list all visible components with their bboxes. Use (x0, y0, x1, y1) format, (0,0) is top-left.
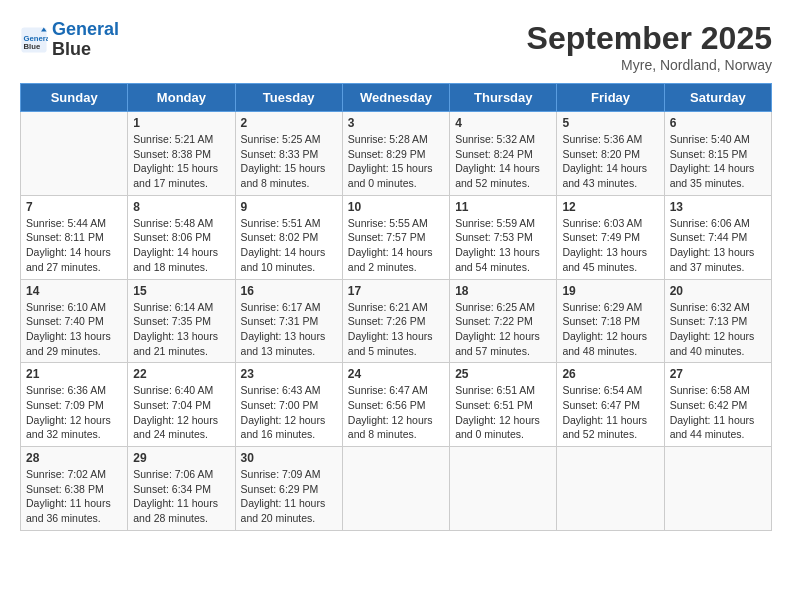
calendar-cell: 16Sunrise: 6:17 AM Sunset: 7:31 PM Dayli… (235, 279, 342, 363)
calendar-cell: 30Sunrise: 7:09 AM Sunset: 6:29 PM Dayli… (235, 447, 342, 531)
calendar-cell: 19Sunrise: 6:29 AM Sunset: 7:18 PM Dayli… (557, 279, 664, 363)
calendar-cell: 23Sunrise: 6:43 AM Sunset: 7:00 PM Dayli… (235, 363, 342, 447)
calendar-cell: 18Sunrise: 6:25 AM Sunset: 7:22 PM Dayli… (450, 279, 557, 363)
day-info: Sunrise: 6:17 AM Sunset: 7:31 PM Dayligh… (241, 300, 337, 359)
day-info: Sunrise: 6:25 AM Sunset: 7:22 PM Dayligh… (455, 300, 551, 359)
day-number: 19 (562, 284, 658, 298)
calendar-cell (450, 447, 557, 531)
weekday-header-tuesday: Tuesday (235, 84, 342, 112)
week-row-1: 1Sunrise: 5:21 AM Sunset: 8:38 PM Daylig… (21, 112, 772, 196)
day-info: Sunrise: 6:51 AM Sunset: 6:51 PM Dayligh… (455, 383, 551, 442)
day-info: Sunrise: 5:21 AM Sunset: 8:38 PM Dayligh… (133, 132, 229, 191)
calendar-cell: 12Sunrise: 6:03 AM Sunset: 7:49 PM Dayli… (557, 195, 664, 279)
day-number: 16 (241, 284, 337, 298)
day-number: 30 (241, 451, 337, 465)
calendar-cell: 5Sunrise: 5:36 AM Sunset: 8:20 PM Daylig… (557, 112, 664, 196)
day-number: 5 (562, 116, 658, 130)
day-info: Sunrise: 6:32 AM Sunset: 7:13 PM Dayligh… (670, 300, 766, 359)
calendar-cell: 14Sunrise: 6:10 AM Sunset: 7:40 PM Dayli… (21, 279, 128, 363)
day-number: 28 (26, 451, 122, 465)
day-info: Sunrise: 7:09 AM Sunset: 6:29 PM Dayligh… (241, 467, 337, 526)
day-number: 17 (348, 284, 444, 298)
day-info: Sunrise: 5:55 AM Sunset: 7:57 PM Dayligh… (348, 216, 444, 275)
calendar-cell: 22Sunrise: 6:40 AM Sunset: 7:04 PM Dayli… (128, 363, 235, 447)
calendar-cell: 9Sunrise: 5:51 AM Sunset: 8:02 PM Daylig… (235, 195, 342, 279)
calendar-cell: 2Sunrise: 5:25 AM Sunset: 8:33 PM Daylig… (235, 112, 342, 196)
day-number: 1 (133, 116, 229, 130)
day-number: 24 (348, 367, 444, 381)
location-subtitle: Myre, Nordland, Norway (527, 57, 772, 73)
day-info: Sunrise: 6:36 AM Sunset: 7:09 PM Dayligh… (26, 383, 122, 442)
calendar-cell: 8Sunrise: 5:48 AM Sunset: 8:06 PM Daylig… (128, 195, 235, 279)
day-info: Sunrise: 5:51 AM Sunset: 8:02 PM Dayligh… (241, 216, 337, 275)
day-number: 9 (241, 200, 337, 214)
calendar-cell: 20Sunrise: 6:32 AM Sunset: 7:13 PM Dayli… (664, 279, 771, 363)
day-info: Sunrise: 6:43 AM Sunset: 7:00 PM Dayligh… (241, 383, 337, 442)
logo-icon: General Blue (20, 26, 48, 54)
day-info: Sunrise: 6:06 AM Sunset: 7:44 PM Dayligh… (670, 216, 766, 275)
calendar-cell: 27Sunrise: 6:58 AM Sunset: 6:42 PM Dayli… (664, 363, 771, 447)
day-info: Sunrise: 5:48 AM Sunset: 8:06 PM Dayligh… (133, 216, 229, 275)
calendar-cell: 25Sunrise: 6:51 AM Sunset: 6:51 PM Dayli… (450, 363, 557, 447)
day-info: Sunrise: 6:29 AM Sunset: 7:18 PM Dayligh… (562, 300, 658, 359)
calendar-cell: 24Sunrise: 6:47 AM Sunset: 6:56 PM Dayli… (342, 363, 449, 447)
day-info: Sunrise: 6:10 AM Sunset: 7:40 PM Dayligh… (26, 300, 122, 359)
calendar-cell: 15Sunrise: 6:14 AM Sunset: 7:35 PM Dayli… (128, 279, 235, 363)
weekday-header-monday: Monday (128, 84, 235, 112)
day-number: 13 (670, 200, 766, 214)
calendar-cell: 28Sunrise: 7:02 AM Sunset: 6:38 PM Dayli… (21, 447, 128, 531)
day-info: Sunrise: 5:36 AM Sunset: 8:20 PM Dayligh… (562, 132, 658, 191)
calendar-cell: 10Sunrise: 5:55 AM Sunset: 7:57 PM Dayli… (342, 195, 449, 279)
weekday-header-friday: Friday (557, 84, 664, 112)
day-info: Sunrise: 6:40 AM Sunset: 7:04 PM Dayligh… (133, 383, 229, 442)
calendar-cell (664, 447, 771, 531)
day-number: 10 (348, 200, 444, 214)
calendar-cell (21, 112, 128, 196)
calendar-cell: 13Sunrise: 6:06 AM Sunset: 7:44 PM Dayli… (664, 195, 771, 279)
logo: General Blue General Blue (20, 20, 119, 60)
title-block: September 2025 Myre, Nordland, Norway (527, 20, 772, 73)
calendar-cell: 7Sunrise: 5:44 AM Sunset: 8:11 PM Daylig… (21, 195, 128, 279)
day-number: 2 (241, 116, 337, 130)
calendar-table: SundayMondayTuesdayWednesdayThursdayFrid… (20, 83, 772, 531)
calendar-cell: 6Sunrise: 5:40 AM Sunset: 8:15 PM Daylig… (664, 112, 771, 196)
day-info: Sunrise: 6:21 AM Sunset: 7:26 PM Dayligh… (348, 300, 444, 359)
day-info: Sunrise: 7:06 AM Sunset: 6:34 PM Dayligh… (133, 467, 229, 526)
day-info: Sunrise: 6:47 AM Sunset: 6:56 PM Dayligh… (348, 383, 444, 442)
day-number: 23 (241, 367, 337, 381)
calendar-cell (342, 447, 449, 531)
week-row-3: 14Sunrise: 6:10 AM Sunset: 7:40 PM Dayli… (21, 279, 772, 363)
day-number: 12 (562, 200, 658, 214)
day-number: 8 (133, 200, 229, 214)
day-number: 25 (455, 367, 551, 381)
day-info: Sunrise: 5:59 AM Sunset: 7:53 PM Dayligh… (455, 216, 551, 275)
page-header: General Blue General Blue September 2025… (20, 20, 772, 73)
calendar-cell: 29Sunrise: 7:06 AM Sunset: 6:34 PM Dayli… (128, 447, 235, 531)
day-info: Sunrise: 6:54 AM Sunset: 6:47 PM Dayligh… (562, 383, 658, 442)
calendar-cell: 3Sunrise: 5:28 AM Sunset: 8:29 PM Daylig… (342, 112, 449, 196)
day-info: Sunrise: 6:58 AM Sunset: 6:42 PM Dayligh… (670, 383, 766, 442)
week-row-2: 7Sunrise: 5:44 AM Sunset: 8:11 PM Daylig… (21, 195, 772, 279)
day-number: 29 (133, 451, 229, 465)
day-info: Sunrise: 5:40 AM Sunset: 8:15 PM Dayligh… (670, 132, 766, 191)
day-number: 3 (348, 116, 444, 130)
weekday-header-sunday: Sunday (21, 84, 128, 112)
day-info: Sunrise: 5:25 AM Sunset: 8:33 PM Dayligh… (241, 132, 337, 191)
day-number: 18 (455, 284, 551, 298)
week-row-4: 21Sunrise: 6:36 AM Sunset: 7:09 PM Dayli… (21, 363, 772, 447)
day-number: 20 (670, 284, 766, 298)
day-info: Sunrise: 6:03 AM Sunset: 7:49 PM Dayligh… (562, 216, 658, 275)
day-number: 14 (26, 284, 122, 298)
day-number: 11 (455, 200, 551, 214)
day-info: Sunrise: 7:02 AM Sunset: 6:38 PM Dayligh… (26, 467, 122, 526)
day-number: 4 (455, 116, 551, 130)
logo-text: General Blue (52, 20, 119, 60)
day-number: 22 (133, 367, 229, 381)
weekday-header-saturday: Saturday (664, 84, 771, 112)
calendar-cell: 11Sunrise: 5:59 AM Sunset: 7:53 PM Dayli… (450, 195, 557, 279)
day-info: Sunrise: 5:28 AM Sunset: 8:29 PM Dayligh… (348, 132, 444, 191)
calendar-cell: 21Sunrise: 6:36 AM Sunset: 7:09 PM Dayli… (21, 363, 128, 447)
weekday-header-thursday: Thursday (450, 84, 557, 112)
day-number: 21 (26, 367, 122, 381)
day-number: 26 (562, 367, 658, 381)
